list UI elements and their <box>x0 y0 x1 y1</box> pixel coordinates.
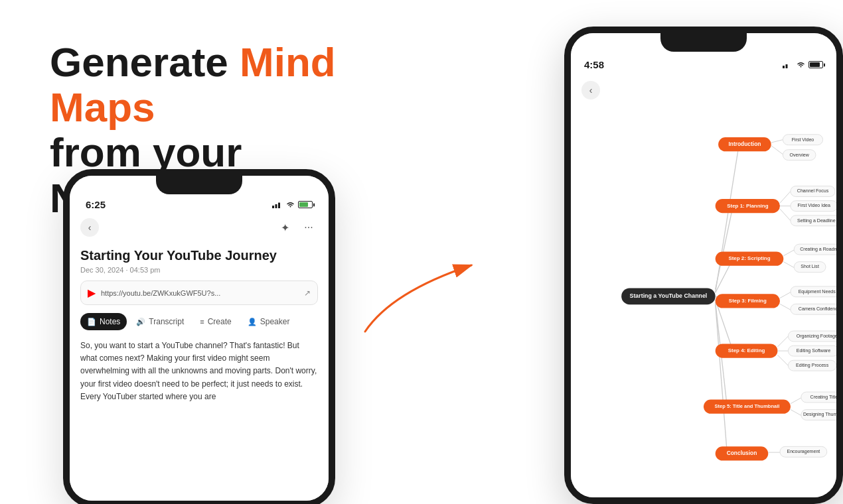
link-url: https://youtu.be/ZWKxukGWF5U?s... <box>101 289 299 297</box>
line-step1 <box>716 206 733 290</box>
svg-rect-1 <box>275 204 277 208</box>
headline-black: Generate <box>50 39 240 85</box>
intro-child1-label: First Video <box>792 137 814 142</box>
link-preview[interactable]: ▶ https://youtu.be/ZWKxukGWF5U?s... ↗ <box>80 281 318 305</box>
wifi-icon <box>285 201 295 208</box>
step2-child2-label: Shot List <box>801 264 819 269</box>
note-title: Starting Your YouTube Journey <box>80 247 318 263</box>
step1-label: Step 1: Planning <box>727 203 768 209</box>
sparkle-icon[interactable]: ✦ <box>275 218 294 237</box>
line-s3c2 <box>780 304 791 310</box>
back-button-left[interactable]: ‹ <box>80 218 99 237</box>
status-time-left: 6:25 <box>86 199 106 210</box>
battery-icon-left <box>298 201 313 208</box>
step1-child1-label: Channel Focus <box>797 188 829 193</box>
tab-create[interactable]: ≡ Create <box>193 313 238 330</box>
wifi-icon-right <box>796 61 806 68</box>
step4-child1-label: Organizing Footage <box>797 334 836 339</box>
step5-child2-label: Designing Thumbnails <box>803 412 836 417</box>
step3-child2-label: Camera Confidence <box>799 306 836 311</box>
line-s3c1 <box>780 292 791 298</box>
intro-label: Introduction <box>728 141 761 147</box>
more-icon[interactable]: ··· <box>299 218 318 237</box>
right-section: 4:58 <box>372 0 843 504</box>
center-node-label: Starting a YouTube Channel <box>630 292 708 299</box>
step3-label: Step 3: Filming <box>729 298 767 304</box>
link-external-icon: ↗ <box>304 288 311 298</box>
transcript-tab-icon: 🔊 <box>136 318 145 326</box>
conclusion-label: Conclusion <box>727 450 757 456</box>
page-container: Generate Mind Maps from your Notes 6:25 <box>0 0 843 504</box>
svg-rect-4 <box>783 66 785 68</box>
phone-notch-right <box>660 33 747 52</box>
back-button-right[interactable]: ‹ <box>581 81 600 99</box>
speaker-tab-icon: 👤 <box>248 318 257 326</box>
step2-child1-label: Creating a Roadmap <box>800 247 836 252</box>
note-content: So, you want to start a YouTube channel?… <box>80 340 318 403</box>
line-conclusion <box>716 304 728 454</box>
phone-right-toolbar: ‹ <box>571 78 836 102</box>
tab-notes[interactable]: 📄 Notes <box>80 313 127 330</box>
conclusion-child1-label: Encouragement <box>787 449 820 454</box>
step3-child1-label: Equipment Needs <box>799 289 836 294</box>
step5-child1-label: Creating Titles <box>810 395 836 400</box>
svg-rect-5 <box>786 64 788 68</box>
left-section: Generate Mind Maps from your Notes 6:25 <box>0 0 372 504</box>
svg-rect-0 <box>272 206 274 208</box>
status-icons-left <box>272 201 313 208</box>
svg-rect-2 <box>278 203 280 209</box>
line-s1c3 <box>780 209 791 221</box>
phone-toolbar-left: ‹ ✦ ··· <box>80 216 318 239</box>
phone-left-screen: 6:25 <box>70 176 329 501</box>
tab-transcript[interactable]: 🔊 Transcript <box>129 313 191 330</box>
line-intro-c2 <box>771 146 783 155</box>
line-s4c3 <box>777 355 788 365</box>
create-tab-icon: ≡ <box>200 318 204 326</box>
status-icons-right <box>783 61 823 68</box>
phone-right-screen: 4:58 <box>571 33 836 497</box>
tab-transcript-label: Transcript <box>149 317 184 326</box>
line-s5c2 <box>791 410 801 416</box>
note-date: Dec 30, 2024 · 04:53 pm <box>80 266 318 274</box>
line-s5c1 <box>791 398 801 404</box>
status-bar-right: 4:58 <box>571 56 836 73</box>
line-s1c1 <box>780 192 791 204</box>
tab-speaker[interactable]: 👤 Speaker <box>241 313 297 330</box>
line-intro-c1 <box>771 140 783 143</box>
mindmap-svg: Starting a YouTube Channel <box>571 107 836 489</box>
step1-child2-label: First Video Idea <box>798 203 830 208</box>
notes-tab-icon: 📄 <box>87 318 96 326</box>
phone-notch-left <box>156 176 242 194</box>
youtube-icon: ▶ <box>88 286 96 299</box>
status-time-right: 4:58 <box>584 59 604 70</box>
line-s2c2 <box>783 262 794 268</box>
phone-left: 6:25 <box>63 169 335 504</box>
step4-child3-label: Editing Process <box>796 363 829 368</box>
step2-label: Step 2: Scripting <box>728 255 770 261</box>
step4-label: Step 4: Editing <box>728 347 765 353</box>
tab-notes-label: Notes <box>100 317 120 326</box>
battery-icon-right <box>808 61 823 68</box>
line-s4c1 <box>777 336 788 347</box>
step1-child3-label: Setting a Deadline <box>797 218 836 223</box>
toolbar-right-left: ✦ ··· <box>275 218 318 237</box>
line-s2c1 <box>783 250 794 256</box>
intro-child2-label: Overview <box>789 153 809 157</box>
step5-label: Step 5: Title and Thumbnail <box>715 403 780 409</box>
step4-child2-label: Editing Software <box>797 348 830 353</box>
phone-right: 4:58 <box>564 27 843 504</box>
tabs-bar: 📄 Notes 🔊 Transcript ≡ Create 👤 Speaker <box>80 313 318 330</box>
tab-create-label: Create <box>208 317 232 326</box>
mindmap-container: Starting a YouTube Channel <box>571 107 836 489</box>
status-bar-left: 6:25 <box>80 199 318 210</box>
signal-icon <box>272 201 283 208</box>
tab-speaker-label: Speaker <box>260 317 290 326</box>
signal-icon-right <box>783 61 793 68</box>
